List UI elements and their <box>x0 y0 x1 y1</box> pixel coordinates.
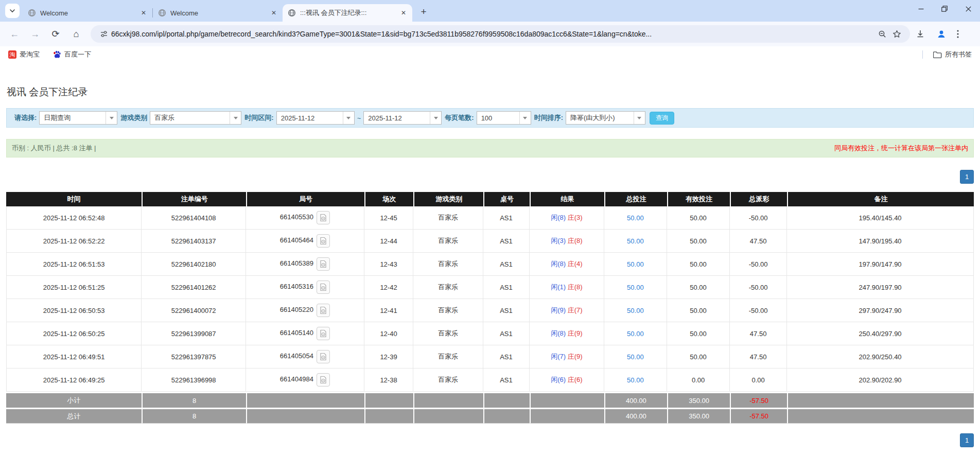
replay-video-button[interactable] <box>317 257 330 271</box>
browser-tab-active[interactable]: :::视讯 会员下注纪录::: ✕ <box>283 4 412 22</box>
home-button[interactable]: ⌂ <box>67 25 85 43</box>
total-bet-link[interactable]: 50.00 <box>627 330 644 338</box>
table-row: 2025-11-12 06:50:25 522961399087 6614051… <box>6 322 974 345</box>
address-bar[interactable]: 66cxkj98.com/ipl/portal.php/game/betreco… <box>91 25 910 43</box>
chevron-down-icon[interactable] <box>634 112 645 124</box>
date-to-value: 2025-11-12 <box>364 114 430 122</box>
chevron-down-icon[interactable] <box>430 112 441 124</box>
site-settings-icon[interactable] <box>97 27 111 41</box>
result-cell: 闲(9) 庄(7) <box>530 299 604 322</box>
bookmarks-divider <box>922 50 923 59</box>
all-bookmarks-label: 所有书签 <box>945 50 972 59</box>
bookmark-label: 百度一下 <box>64 50 91 59</box>
bet-time-cell: 2025-11-12 06:52:22 <box>6 230 142 253</box>
bookmark-label: 爱淘宝 <box>20 50 40 59</box>
globe-favicon-icon <box>158 9 166 17</box>
browser-tab-1[interactable]: Welcome ✕ <box>23 4 152 22</box>
replay-video-button[interactable] <box>317 350 330 363</box>
minimize-button[interactable] <box>909 0 933 17</box>
restore-icon <box>941 6 948 12</box>
search-button[interactable]: 查询 <box>650 112 674 125</box>
page-title: 视讯 会员下注纪录 <box>7 85 980 99</box>
sort-select[interactable]: 降幂(由大到小) <box>566 111 645 125</box>
video-file-icon <box>319 353 327 361</box>
bookmark-baidu[interactable]: 百度一下 <box>50 48 94 61</box>
new-tab-button[interactable]: + <box>416 5 431 19</box>
note-cell: 195.40/145.40 <box>787 206 974 230</box>
bookmark-star-icon[interactable] <box>889 27 904 41</box>
page-size-label: 每页笔数: <box>445 113 474 122</box>
reload-button[interactable]: ⟳ <box>47 25 64 43</box>
total-bet-link[interactable]: 50.00 <box>627 376 644 384</box>
player-result: 闲(3) <box>551 237 566 244</box>
total-bet-link[interactable]: 50.00 <box>627 307 644 314</box>
round-cell: 661405140 <box>246 322 364 345</box>
query-type-select[interactable]: 日期查询 <box>39 111 117 125</box>
url-text[interactable]: 66cxkj98.com/ipl/portal.php/game/betreco… <box>111 30 875 38</box>
replay-video-button[interactable] <box>317 211 330 224</box>
globe-favicon-icon <box>28 9 36 17</box>
replay-video-button[interactable] <box>317 234 330 248</box>
video-file-icon <box>319 283 327 291</box>
game-type-select[interactable]: 百家乐 <box>150 111 241 125</box>
zoom-indicator-icon[interactable] <box>875 27 889 41</box>
note-cell: 147.90/195.40 <box>787 230 974 253</box>
session-cell: 12-40 <box>364 322 414 345</box>
total-bet-link[interactable]: 50.00 <box>627 214 644 222</box>
restore-button[interactable] <box>933 0 956 17</box>
total-bet-link[interactable]: 50.00 <box>627 237 644 245</box>
table-number-cell: AS1 <box>483 299 530 322</box>
all-bookmarks-button[interactable]: 所有书签 <box>930 48 975 61</box>
replay-video-button[interactable] <box>317 373 330 387</box>
table-number-cell: AS1 <box>483 345 530 369</box>
bookmark-taobao[interactable]: 淘 爱淘宝 <box>5 48 43 61</box>
round-number: 661404984 <box>280 375 313 383</box>
back-button[interactable]: ← <box>6 25 23 43</box>
page-1-button[interactable]: 1 <box>960 170 974 184</box>
date-to-select[interactable]: 2025-11-12 <box>363 111 442 125</box>
replay-video-button[interactable] <box>317 327 330 340</box>
total-valid-bet: 350.00 <box>667 408 730 424</box>
chevron-down-icon[interactable] <box>343 112 354 124</box>
banker-result: 庄(8) <box>568 237 583 244</box>
replay-video-button[interactable] <box>317 280 330 294</box>
bet-time-cell: 2025-11-12 06:49:25 <box>6 369 142 392</box>
tab-close-icon[interactable]: ✕ <box>269 8 278 17</box>
round-number: 661405464 <box>280 236 313 244</box>
total-bet-link[interactable]: 50.00 <box>627 284 644 291</box>
chevron-down-icon[interactable] <box>230 112 241 124</box>
downloads-button[interactable] <box>916 25 933 43</box>
browser-tab-2[interactable]: Welcome ✕ <box>153 4 283 22</box>
sort-label: 时间排序: <box>534 113 563 122</box>
tab-close-icon[interactable]: ✕ <box>139 8 148 17</box>
bookmarks-bar: 淘 爱淘宝 百度一下 所有书签 <box>0 46 980 63</box>
chevron-down-icon <box>9 8 15 14</box>
browser-menu-button[interactable] <box>957 25 974 43</box>
forward-button[interactable]: → <box>26 25 44 43</box>
game-type-cell: 百家乐 <box>413 369 483 392</box>
tab-close-icon[interactable]: ✕ <box>399 8 408 17</box>
page-1-button[interactable]: 1 <box>960 433 974 447</box>
chevron-down-icon[interactable] <box>519 112 531 124</box>
filter-bar: 请选择: 日期查询 游戏类别 百家乐 时间区间: 2025-11-12 ~ 20… <box>6 108 974 128</box>
replay-video-button[interactable] <box>317 304 330 317</box>
payout-cell: -50.00 <box>730 206 787 230</box>
chevron-down-icon[interactable] <box>106 112 117 124</box>
pagination-top: 1 <box>6 170 974 184</box>
page-content: 视讯 会员下注纪录 请选择: 日期查询 游戏类别 百家乐 时间区间: 2025-… <box>0 85 980 447</box>
session-cell: 12-44 <box>364 230 414 253</box>
player-result: 闲(8) <box>551 329 566 337</box>
video-file-icon <box>319 329 327 338</box>
tab-search-button[interactable] <box>5 4 20 18</box>
total-bet-cell: 50.00 <box>604 299 667 322</box>
sort-value: 降幂(由大到小) <box>566 113 634 122</box>
page-size-select[interactable]: 100 <box>477 111 531 125</box>
session-cell: 12-43 <box>364 253 414 276</box>
total-bet-link[interactable]: 50.00 <box>627 260 644 268</box>
round-cell: 661405464 <box>246 230 364 253</box>
profile-avatar[interactable] <box>936 25 954 43</box>
close-window-button[interactable] <box>956 0 980 17</box>
column-header: 时间 <box>6 192 142 206</box>
total-bet-link[interactable]: 50.00 <box>627 353 644 361</box>
date-from-select[interactable]: 2025-11-12 <box>276 111 355 125</box>
